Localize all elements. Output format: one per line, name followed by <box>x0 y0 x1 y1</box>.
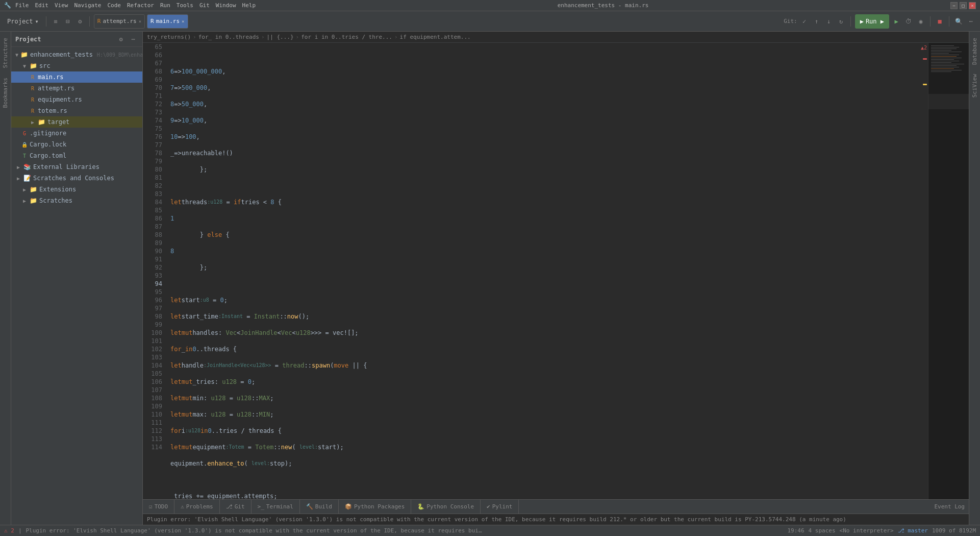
tab-terminal[interactable]: >_ Terminal <box>252 500 300 514</box>
layout-icon[interactable]: ⊟ <box>63 16 73 27</box>
folder-icon: 📁 <box>20 51 28 58</box>
coverage-icon[interactable]: ◉ <box>916 16 926 27</box>
status-git-branch[interactable]: ⎇ master <box>898 527 928 534</box>
tab-python-console-label: Python Console <box>426 503 474 510</box>
more-options-icon[interactable]: ⋯ <box>966 16 976 27</box>
minimize-button[interactable]: − <box>950 2 958 9</box>
file-tab-attempt[interactable]: R attempt.rs × <box>94 14 145 29</box>
sidebar-item-cargo-toml[interactable]: T Cargo.toml <box>11 150 142 161</box>
pylint-icon: ✔ <box>487 503 490 510</box>
menu-navigate[interactable]: Navigate <box>74 2 102 9</box>
line-num-76: 76 <box>143 133 162 141</box>
tab-git[interactable]: ⎇ Git <box>220 500 252 514</box>
sidebar-item-main-rs[interactable]: R main.rs <box>11 71 142 83</box>
sidebar-item-cargo-lock[interactable]: 🔒 Cargo.lock <box>11 139 142 150</box>
sciview-tab[interactable]: SciView <box>970 70 979 102</box>
tab-python-packages[interactable]: 📦 Python Packages <box>339 500 411 514</box>
tab-terminal-label: Terminal <box>266 503 293 510</box>
sidebar-item-src[interactable]: ▼ 📁 src <box>11 60 142 71</box>
status-line-col[interactable]: 19:46 <box>787 527 804 534</box>
sidebar-item-gitignore[interactable]: G .gitignore <box>11 128 142 139</box>
breadcrumb-part-1[interactable]: try_returns() <box>147 34 191 40</box>
menu-help[interactable]: Help <box>242 2 256 9</box>
bookmarks-tab[interactable]: Bookmarks <box>1 74 10 112</box>
svg-rect-13 <box>931 64 964 64</box>
git-checkmark-icon[interactable]: ✓ <box>799 16 810 27</box>
status-spaces[interactable]: 4 spaces <box>809 527 836 534</box>
status-error-count[interactable]: ⚠ 2 <box>4 527 14 534</box>
tab-build[interactable]: 🔨 Build <box>300 500 339 514</box>
close-button[interactable]: × <box>969 2 976 9</box>
expand-icon: ▼ <box>15 52 18 58</box>
run-button[interactable]: ▶ Run ▶ <box>855 14 889 29</box>
sidebar-item-scratches[interactable]: ▶ 📁 Scratches <box>11 195 142 206</box>
line-num-81: 81 <box>143 174 162 182</box>
sidebar-item-target[interactable]: ▶ 📁 target <box>11 116 142 128</box>
line-num-85: 85 <box>143 206 162 214</box>
debug-icon[interactable]: ▶ <box>891 16 901 27</box>
sidebar-item-attempt-rs[interactable]: R attempt.rs <box>11 83 142 94</box>
menu-git[interactable]: Git <box>199 2 210 9</box>
sidebar-item-external-libs[interactable]: ▶ 📚 External Libraries <box>11 161 142 173</box>
breadcrumb-sep-3: › <box>296 34 299 40</box>
breadcrumb-part-5[interactable]: if equipment.attem... <box>400 34 471 40</box>
stop-icon[interactable]: ■ <box>935 16 945 27</box>
line-num-66: 66 <box>143 51 162 59</box>
menu-edit[interactable]: Edit <box>35 2 49 9</box>
breadcrumb-part-4[interactable]: for i in 0..tries / thre... <box>301 34 392 40</box>
structure-tab[interactable]: Structure <box>1 34 10 72</box>
line-num-93: 93 <box>143 272 162 280</box>
tab-python-console[interactable]: 🐍 Python Console <box>411 500 481 514</box>
project-dropdown[interactable]: Project ▾ <box>4 14 42 29</box>
build-icon[interactable]: ≡ <box>51 16 61 27</box>
code-content[interactable]: 6 => 100_000_000, 7 => 500_000, 8 => 50_… <box>166 43 920 499</box>
close-icon-main[interactable]: × <box>182 19 184 24</box>
menu-window[interactable]: Window <box>216 2 236 9</box>
line-num-79: 79 <box>143 157 162 165</box>
sidebar-item-scratches-and-consoles[interactable]: ▶ 📝 Scratches and Consoles <box>11 173 142 184</box>
file-tab-main[interactable]: R main.rs × <box>147 14 188 29</box>
maximize-button[interactable]: □ <box>960 2 967 9</box>
profile-icon[interactable]: ⏱ <box>903 16 914 27</box>
tab-pylint[interactable]: ✔ Pylint <box>481 500 519 514</box>
line-num-96: 96 <box>143 296 162 304</box>
sidebar-more-icon[interactable]: ⋯ <box>128 34 138 44</box>
event-log-btn[interactable]: Event Log <box>930 503 969 510</box>
line-num-95: 95 <box>143 288 162 296</box>
tab-todo[interactable]: ☑ TODO <box>143 500 174 514</box>
git-up-icon[interactable]: ↑ <box>812 16 822 27</box>
sidebar-item-totem-rs[interactable]: R totem.rs <box>11 105 142 116</box>
breadcrumb-part-3[interactable]: || {...} <box>267 34 294 40</box>
menu-run[interactable]: Run <box>160 2 170 9</box>
line-num-99: 99 <box>143 321 162 329</box>
menu-file[interactable]: File <box>15 2 29 9</box>
menu-code[interactable]: Code <box>107 2 121 9</box>
minimap <box>928 43 969 499</box>
git-down-icon[interactable]: ↓ <box>824 16 834 27</box>
code-line-88: for i :u128 in 0..tries / threads { <box>170 427 920 435</box>
menu-view[interactable]: View <box>55 2 68 9</box>
tab-problems[interactable]: ⚠ Problems <box>174 500 220 514</box>
database-tab[interactable]: Database <box>970 34 979 69</box>
settings-icon[interactable]: ⚙ <box>75 16 85 27</box>
breadcrumb-part-2[interactable]: for_ in 0..threads <box>198 34 259 40</box>
status-encoding[interactable]: <No interpreter> <box>840 527 894 534</box>
menu-tools[interactable]: Tools <box>177 2 193 9</box>
sidebar-label-totem-rs: totem.rs <box>38 107 67 114</box>
line-num-100: 100 <box>143 329 162 337</box>
menu-refactor[interactable]: Refactor <box>127 2 154 9</box>
sidebar-settings-icon[interactable]: ⚙ <box>116 34 126 44</box>
search-icon[interactable]: 🔍 <box>953 16 964 27</box>
file-icon-attempt: R <box>97 18 101 25</box>
close-icon-attempt[interactable]: × <box>139 19 141 24</box>
line-num-84: 84 <box>143 198 162 206</box>
sidebar-item-extensions[interactable]: ▶ 📁 Extensions <box>11 184 142 195</box>
sidebar-item-enhancement_tests[interactable]: ▼ 📁 enhancement_tests H:\009_BDM\enhance… <box>11 49 142 60</box>
code-line-66: 6 => 100_000_000, <box>170 67 920 76</box>
python-pkg-icon: 📦 <box>345 503 352 510</box>
code-wrapper: 65 66 67 68 69 70 71 72 73 74 75 76 77 7… <box>143 43 969 499</box>
git-refresh-icon[interactable]: ↻ <box>836 16 846 27</box>
tab-git-label: Git <box>235 503 245 510</box>
svg-rect-18 <box>931 71 951 72</box>
sidebar-item-equipment-rs[interactable]: R equipment.rs <box>11 94 142 105</box>
